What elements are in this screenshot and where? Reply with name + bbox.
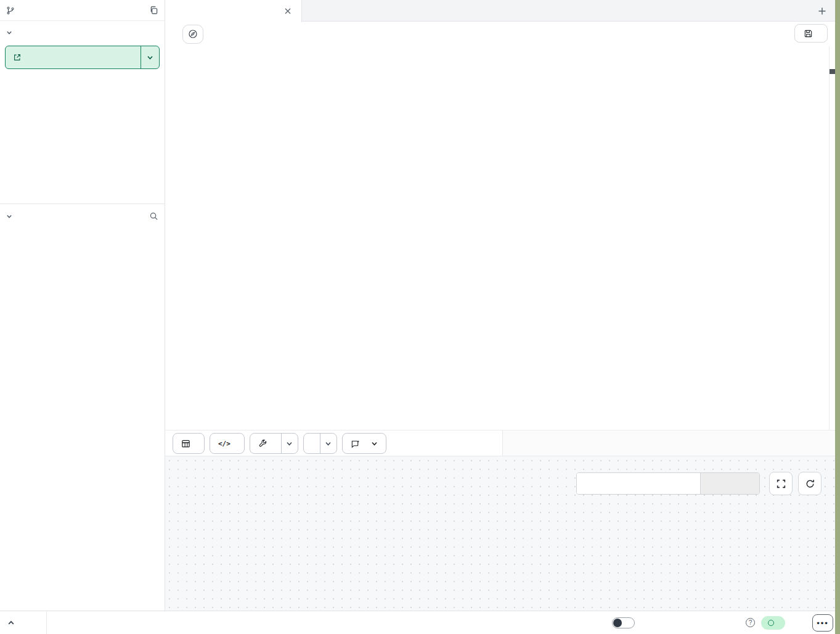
lint-options-button[interactable]: [320, 434, 336, 453]
main-area: </>: [165, 0, 835, 611]
external-link-icon: [13, 53, 22, 62]
command-input[interactable]: [70, 611, 415, 634]
breadcrumb-bar: [165, 22, 835, 46]
lineage-selector-input[interactable]: [577, 473, 700, 494]
git-branch-icon: [6, 6, 15, 15]
divider: [46, 611, 47, 634]
git-bar: [0, 0, 165, 21]
desktop-edge-strip: [835, 0, 840, 634]
code-editor[interactable]: [165, 46, 835, 430]
app-root: </>: [0, 0, 840, 634]
compass-button[interactable]: [182, 25, 203, 44]
copy-icon[interactable]: [149, 6, 158, 15]
pr-options-chevron-icon[interactable]: [141, 46, 159, 68]
copilot-icon: [351, 439, 360, 448]
lineage-selector-group: [576, 472, 760, 495]
build-button[interactable]: [250, 439, 281, 448]
table-icon: [181, 439, 190, 448]
dbt-copilot-button[interactable]: [342, 433, 386, 454]
defer-toggle[interactable]: [612, 617, 635, 628]
close-icon[interactable]: [284, 7, 292, 15]
search-icon[interactable]: [149, 212, 158, 221]
code-icon: </>: [218, 440, 230, 448]
save-icon: [804, 29, 813, 38]
help-icon[interactable]: ?: [746, 618, 755, 627]
chevron-up-icon[interactable]: [4, 616, 18, 630]
chevron-down-icon: [6, 30, 12, 36]
fullscreen-button[interactable]: [769, 472, 793, 495]
sidebar: [0, 0, 165, 611]
editor-tab-customers-sql[interactable]: [165, 0, 302, 22]
build-options-button[interactable]: [281, 434, 298, 453]
more-options-button[interactable]: •••: [812, 614, 833, 632]
create-pr-button[interactable]: [5, 46, 160, 69]
compile-button[interactable]: </>: [210, 433, 245, 454]
update-graph-button[interactable]: [700, 473, 759, 494]
file-explorer-panel: [0, 204, 165, 611]
status-bar: ? •••: [0, 611, 835, 634]
status-badge: [761, 616, 785, 630]
wrench-icon: [258, 439, 267, 448]
minimap[interactable]: [762, 46, 826, 430]
panel-tabs-area: [502, 430, 835, 456]
refresh-button[interactable]: [798, 472, 822, 495]
build-split-button: [250, 433, 298, 454]
editor-tab-strip: [165, 0, 835, 22]
editor-actions: </>: [173, 433, 386, 454]
panel-tabs: [503, 430, 835, 456]
ready-dot-icon: [768, 620, 774, 626]
lineage-canvas[interactable]: [165, 456, 835, 611]
save-button[interactable]: [794, 24, 828, 43]
action-band: </>: [165, 430, 835, 456]
version-control-panel: [0, 21, 165, 69]
chevron-down-icon: [371, 440, 378, 447]
lint-split-button: [303, 433, 337, 454]
file-explorer-header[interactable]: [0, 204, 165, 227]
scroll-indicator: [830, 69, 835, 74]
preview-button[interactable]: [173, 433, 205, 454]
version-control-header[interactable]: [0, 21, 165, 41]
toggle-knob: [613, 619, 622, 627]
editor-scrollbar[interactable]: [829, 46, 835, 430]
chevron-down-icon: [6, 213, 12, 220]
new-tab-button[interactable]: [813, 2, 830, 19]
